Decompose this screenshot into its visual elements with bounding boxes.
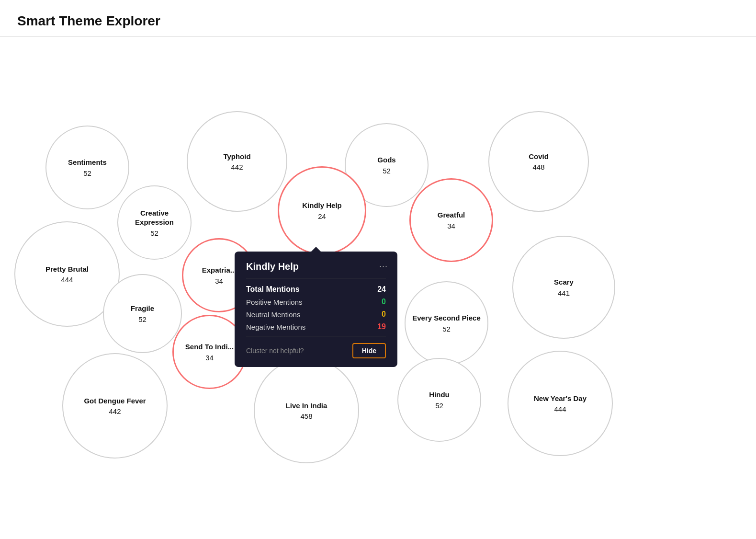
bubble-typhoid[interactable]: Typhoid442 bbox=[187, 111, 287, 212]
app-container: Smart Theme Explorer Sentiments52Typhoid… bbox=[0, 0, 756, 539]
bubble-count-covid: 448 bbox=[532, 163, 544, 171]
total-mentions-value: 24 bbox=[377, 285, 386, 294]
bubble-count-typhoid: 442 bbox=[231, 163, 243, 171]
bubble-count-scary: 441 bbox=[558, 289, 570, 297]
bubble-sentiments[interactable]: Sentiments52 bbox=[45, 126, 129, 209]
page-title: Smart Theme Explorer bbox=[17, 13, 739, 29]
bubble-label-new-years-day: New Year's Day bbox=[528, 394, 592, 403]
bubble-count-got-dengue-fever: 442 bbox=[109, 407, 121, 415]
bubble-count-live-in-india: 458 bbox=[300, 412, 312, 420]
bubble-every-second-piece[interactable]: Every Second Piece52 bbox=[405, 281, 488, 365]
total-mentions-label: Total Mentions bbox=[246, 285, 300, 294]
tooltip-divider bbox=[246, 278, 386, 278]
bubble-live-in-india[interactable]: Live In India458 bbox=[254, 358, 359, 463]
bubble-count-sentiments: 52 bbox=[83, 169, 91, 177]
bubble-label-gods: Gods bbox=[372, 155, 401, 165]
positive-mentions-label: Positive Mentions bbox=[246, 298, 303, 306]
bubble-label-live-in-india: Live In India bbox=[280, 401, 333, 411]
bubble-count-creative-expression: 52 bbox=[150, 229, 158, 237]
tooltip-title: Kindly Help bbox=[246, 261, 386, 272]
bubble-label-got-dengue-fever: Got Dengue Fever bbox=[78, 396, 151, 406]
tooltip-neutral-row: Neutral Mentions 0 bbox=[246, 310, 386, 319]
bubble-hindu[interactable]: Hindu52 bbox=[397, 358, 481, 442]
bubble-label-send-to-india: Send To Indi... bbox=[180, 342, 239, 352]
positive-mentions-value: 0 bbox=[382, 298, 386, 306]
bubble-count-greatful: 34 bbox=[447, 222, 455, 230]
negative-mentions-value: 19 bbox=[377, 322, 386, 331]
tooltip-dots: ... bbox=[379, 259, 388, 269]
tooltip-total-row: Total Mentions 24 bbox=[246, 285, 386, 294]
tooltip-positive-row: Positive Mentions 0 bbox=[246, 298, 386, 306]
bubble-covid[interactable]: Covid448 bbox=[488, 111, 589, 212]
bubble-label-greatful: Greatful bbox=[432, 210, 471, 220]
bubble-count-send-to-india: 34 bbox=[205, 354, 214, 362]
bubble-count-kindly-help: 24 bbox=[318, 212, 326, 220]
bubble-label-typhoid: Typhoid bbox=[217, 152, 256, 161]
bubble-canvas: Sentiments52Typhoid442Gods52Covid448Crea… bbox=[0, 37, 756, 535]
bubble-count-fragile: 52 bbox=[138, 315, 147, 323]
bubble-count-new-years-day: 444 bbox=[554, 405, 566, 413]
page-header: Smart Theme Explorer bbox=[0, 0, 756, 37]
bubble-count-expatria: 34 bbox=[215, 277, 223, 285]
neutral-mentions-value: 0 bbox=[382, 310, 386, 319]
bubble-count-every-second-piece: 52 bbox=[442, 325, 451, 333]
bubble-label-sentiments: Sentiments bbox=[62, 158, 113, 167]
bubble-label-fragile: Fragile bbox=[125, 304, 160, 313]
negative-mentions-label: Negative Mentions bbox=[246, 323, 305, 331]
bubble-fragile[interactable]: Fragile52 bbox=[103, 274, 182, 353]
bubble-count-hindu: 52 bbox=[435, 401, 443, 410]
tooltip-divider2 bbox=[246, 336, 386, 336]
bubble-creative-expression[interactable]: Creative Expression52 bbox=[117, 185, 192, 260]
bubble-got-dengue-fever[interactable]: Got Dengue Fever442 bbox=[62, 353, 168, 459]
tooltip-negative-row: Negative Mentions 19 bbox=[246, 322, 386, 331]
bubble-count-pretty-brutal: 444 bbox=[61, 275, 73, 284]
bubble-label-scary: Scary bbox=[548, 277, 579, 287]
bubble-label-pretty-brutal: Pretty Brutal bbox=[40, 264, 94, 274]
neutral-mentions-label: Neutral Mentions bbox=[246, 310, 300, 319]
bubble-label-covid: Covid bbox=[523, 152, 554, 161]
hide-button[interactable]: Hide bbox=[352, 343, 386, 358]
bubble-new-years-day[interactable]: New Year's Day444 bbox=[508, 351, 613, 456]
bubble-label-every-second-piece: Every Second Piece bbox=[406, 313, 486, 323]
kindly-help-tooltip: ... Kindly Help Total Mentions 24 Positi… bbox=[235, 252, 397, 367]
bubble-kindly-help[interactable]: Kindly Help24 bbox=[278, 166, 366, 255]
bubble-count-gods: 52 bbox=[383, 167, 391, 175]
bubble-label-creative-expression: Creative Expression bbox=[118, 208, 191, 227]
bubble-label-kindly-help: Kindly Help bbox=[296, 201, 348, 210]
tooltip-footer: Cluster not helpful? Hide bbox=[246, 343, 386, 358]
bubble-greatful[interactable]: Greatful34 bbox=[409, 178, 493, 262]
cluster-not-helpful-label: Cluster not helpful? bbox=[246, 347, 304, 355]
bubble-scary[interactable]: Scary441 bbox=[512, 236, 615, 339]
bubble-label-hindu: Hindu bbox=[423, 390, 455, 400]
